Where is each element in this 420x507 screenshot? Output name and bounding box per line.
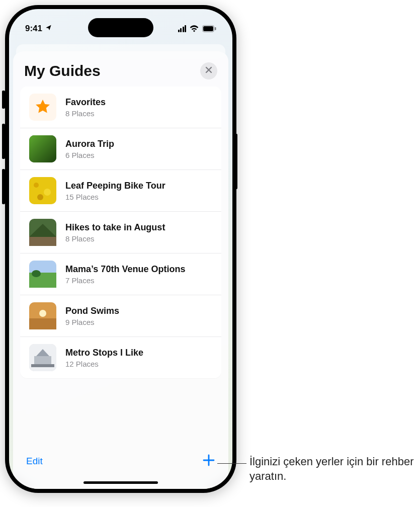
wifi-icon: [190, 25, 199, 32]
cellular-signal-icon: [178, 25, 187, 32]
guide-title: Aurora Trip: [65, 138, 114, 150]
svg-point-8: [37, 194, 43, 200]
svg-rect-2: [215, 27, 216, 30]
guide-title: Leaf Peeping Bike Tour: [65, 180, 165, 192]
guide-row-hikes-august[interactable]: Hikes to take in August 8 Places: [20, 212, 221, 254]
svg-point-17: [39, 310, 46, 317]
guide-thumbnail: [29, 219, 56, 246]
dynamic-island: [88, 18, 153, 37]
guide-thumbnail: [29, 177, 56, 204]
phone-frame: 9:41 My Guides: [5, 5, 236, 493]
screen: 9:41 My Guides: [9, 9, 232, 489]
page-title: My Guides: [24, 62, 101, 79]
close-button[interactable]: [200, 62, 217, 79]
svg-point-6: [34, 183, 39, 188]
svg-point-14: [32, 270, 41, 277]
svg-rect-20: [31, 364, 54, 367]
guide-thumbnail: [29, 302, 56, 329]
guide-title: Hikes to take in August: [65, 222, 165, 233]
plus-icon: [202, 460, 215, 468]
guide-row-favorites[interactable]: Favorites 8 Places: [20, 87, 221, 128]
svg-rect-13: [29, 283, 56, 288]
guide-title: Metro Stops I Like: [65, 347, 143, 359]
guide-row-mamas-70th[interactable]: Mama’s 70th Venue Options 7 Places: [20, 254, 221, 295]
battery-icon: [202, 25, 216, 32]
star-icon: [29, 94, 56, 121]
side-button-volume-down: [2, 169, 5, 204]
guide-title: Pond Swims: [65, 305, 119, 317]
side-button-volume-up: [2, 124, 5, 159]
guide-thumbnail: [29, 135, 56, 162]
location-arrow-icon: [45, 24, 52, 34]
guide-thumbnail: [29, 344, 56, 371]
svg-rect-10: [29, 236, 56, 246]
close-icon: [205, 66, 212, 75]
guide-title: Mama’s 70th Venue Options: [65, 264, 185, 275]
guides-list: Favorites 8 Places Aurora Trip 6 Places: [20, 87, 221, 378]
svg-rect-19: [34, 356, 51, 365]
guide-subtitle: 6 Places: [65, 151, 114, 159]
edit-button[interactable]: Edit: [26, 456, 43, 467]
guide-row-pond-swims[interactable]: Pond Swims 9 Places: [20, 295, 221, 337]
svg-point-7: [44, 189, 51, 196]
guide-subtitle: 7 Places: [65, 276, 185, 285]
guide-row-metro-stops[interactable]: Metro Stops I Like 12 Places: [20, 337, 221, 378]
guide-subtitle: 8 Places: [65, 234, 165, 243]
add-guide-button[interactable]: [202, 454, 215, 469]
side-button-silent: [2, 91, 5, 109]
guide-thumbnail: [29, 261, 56, 288]
home-indicator[interactable]: [83, 481, 158, 484]
guide-title: Favorites: [65, 97, 106, 108]
side-button-power: [234, 134, 237, 189]
guide-row-aurora-trip[interactable]: Aurora Trip 6 Places: [20, 128, 221, 170]
svg-rect-4: [29, 135, 56, 162]
guide-subtitle: 9 Places: [65, 318, 119, 326]
guide-subtitle: 15 Places: [65, 193, 165, 201]
svg-rect-16: [29, 318, 56, 329]
status-time: 9:41: [25, 24, 42, 34]
guide-subtitle: 8 Places: [65, 109, 106, 118]
svg-rect-5: [29, 177, 56, 204]
sheet-header: My Guides: [13, 51, 228, 87]
svg-rect-1: [203, 26, 213, 31]
callout-leader-line: [217, 463, 246, 464]
my-guides-sheet: My Guides Favorites 8 Places: [13, 51, 228, 489]
guide-subtitle: 12 Places: [65, 360, 143, 368]
callout-text: İlginizi çeken yerler için bir rehber ya…: [249, 455, 415, 483]
guide-row-leaf-peeping[interactable]: Leaf Peeping Bike Tour 15 Places: [20, 170, 221, 212]
